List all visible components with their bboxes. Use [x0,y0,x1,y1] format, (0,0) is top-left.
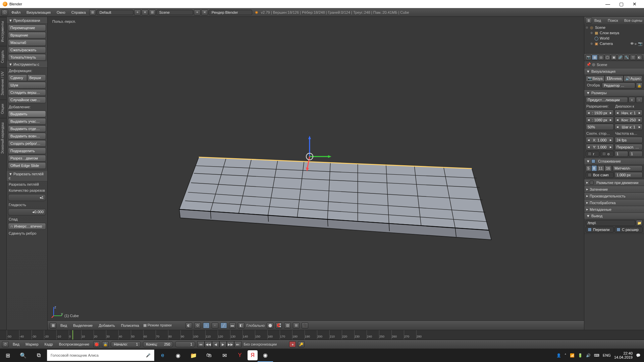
smooth-vertex-button[interactable]: Сгладить верш… [8,89,46,96]
aa-header[interactable]: ▼ Сглаживание [584,158,644,164]
limit-selection-icon[interactable]: ◧ [238,322,245,328]
tab-world-icon[interactable]: ◯ [604,55,610,60]
keying-set-icon[interactable]: 🔑 [298,341,305,347]
translate-button[interactable]: Перемещение [8,24,46,31]
clock-time[interactable]: 22:40 [614,351,633,355]
frame-step-field[interactable]: ◂Шаг к: 1▸ [614,124,643,130]
shrink-button[interactable]: Сжать/расжать [8,47,46,53]
tab-renderlayers-icon[interactable]: ▦ [592,55,598,60]
outliner-filter[interactable]: Все сцены [624,18,643,22]
outliner-view-menu[interactable]: Вид [593,18,602,22]
aa-8[interactable]: 8 [591,165,597,171]
layout-del-button[interactable]: ✕ [142,9,148,15]
maximize-button[interactable]: ▢ [614,0,628,8]
add-menu[interactable]: Добавить [97,323,117,327]
search-icon[interactable]: 🔍 [15,349,31,362]
offset-edge-button[interactable]: Offset Edge Slide [8,162,46,169]
falloff-select[interactable]: ∩ Инверс…атично [8,223,46,230]
render-audio-button[interactable]: 🔊Аудио [624,75,643,82]
edge-select-icon[interactable]: ╱ [220,322,227,328]
output-path-field[interactable]: /tmp\ [586,220,635,226]
frame-start-field[interactable]: ◂Нач. к: 1▸ [614,110,643,116]
slide-button[interactable]: Сдвину [8,74,27,81]
transform-header[interactable]: ▼ Преобразовани [7,17,47,24]
old-field[interactable]: 1 [614,151,628,157]
outliner-editor-icon[interactable]: ≣ [585,17,592,23]
timeline-ruler[interactable]: -50-40-30-20-100102030405060708090100110… [0,330,644,340]
next-key-icon[interactable]: ▶▶ [227,341,234,347]
res-y-field[interactable]: ◂: 1080 px▸ [586,117,614,123]
frame-end-field[interactable]: ◂Кон: 250▸ [614,117,643,123]
layout-browse-icon[interactable]: ⊞ [89,9,96,15]
preset-del-icon[interactable]: − [636,97,643,103]
folder-icon[interactable]: 📁 [636,220,643,226]
battery-icon[interactable]: 🔋 [578,353,583,358]
scene-add-button[interactable]: + [194,9,201,15]
smooth-slider[interactable]: ◂0.000 [8,208,46,216]
extrude-individual-button[interactable]: Выдавить отде… [8,125,46,132]
vert-select-icon[interactable]: ▫ [212,322,218,328]
shading-solid-icon[interactable]: ◐ [185,322,192,328]
yandex-search-icon[interactable]: Я [248,350,258,360]
sync-select[interactable]: Без синхронизации [244,342,287,346]
render-anim-button[interactable]: 🎞Анима [605,75,624,82]
keyboard-icon[interactable]: ⌨ [594,353,599,358]
extrude-button[interactable]: Выдавить [8,111,46,117]
aa-5[interactable]: 5 [586,165,591,171]
randomize-button[interactable]: Случайное сме… [8,97,46,103]
tree-world[interactable]: ◯World [586,36,643,41]
snap-icon[interactable]: 🧲 [275,322,282,328]
vertex-button[interactable]: Верши [27,74,46,81]
layout-add-button[interactable]: + [134,9,141,15]
tl-frame-menu[interactable]: Кадр [43,342,55,346]
3d-viewport[interactable]: Польз.-персп. [48,17,584,330]
menu-window[interactable]: Окно [54,10,68,15]
scene-browse-icon[interactable]: ⊞ [149,9,156,15]
border-checkbox[interactable]: г [586,151,599,157]
play-rev-icon[interactable]: ◀ [212,341,219,347]
rotate-button[interactable]: Вращение [8,32,46,39]
menu-file[interactable]: Файл [9,10,23,15]
orientation-select[interactable]: Глобально [247,323,265,327]
res-x-field[interactable]: ◂: 1920 px▸ [586,110,614,116]
mesh-menu[interactable]: Полисетка [119,323,141,327]
render-preview-icon[interactable]: 🎥 [302,322,308,328]
blender-taskbar-icon[interactable]: ◉ [258,349,273,362]
tab-object-icon[interactable]: ▣ [611,55,617,60]
tab-options[interactable]: Опции [0,100,6,118]
tab-modifiers-icon[interactable]: 🔧 [624,55,630,60]
dimensions-header[interactable]: ▼ Размеры [584,90,644,96]
tl-marker-menu[interactable]: Маркер [23,342,41,346]
cortana-search[interactable]: Голосовой помощник Алиса🎤 [47,350,154,361]
new-field[interactable]: 1 [629,151,643,157]
editor-type-3dview-icon[interactable]: ▦ [50,322,56,328]
tab-create[interactable]: Создать [0,46,6,67]
fullsample-checkbox[interactable]: Все сэмп [586,172,614,178]
tab-shading[interactable]: Затенение / UV [0,67,6,99]
extensions-checkbox[interactable]: С расшир [614,227,643,233]
perf-header[interactable]: ▸ Производительность [584,193,644,199]
scene-select[interactable]: Scene [156,10,193,15]
prop-edit-icon[interactable]: ⬤ [267,322,273,328]
mail-icon[interactable]: ✉ [217,349,232,362]
jump-end-icon[interactable]: ⏭ [234,341,241,347]
manipulator-toggle[interactable]: ↕ [203,322,210,328]
layers-icon[interactable]: ⊞ [293,322,300,328]
close-button[interactable]: ✕ [628,0,641,8]
res-pct-field[interactable]: 50% [586,124,614,130]
chrome-icon[interactable]: ◉ [170,349,186,362]
display-select[interactable]: Редактор … [602,82,635,88]
tree-renderlayers[interactable]: ⊕▦Слои визуа [586,30,643,36]
output-header[interactable]: ▼ Вывод [584,213,644,219]
jump-start-icon[interactable]: ⏮ [197,341,205,347]
scene-del-button[interactable]: ✕ [201,9,208,15]
tab-render-icon[interactable]: 📷 [585,55,591,60]
push-button[interactable]: Толкать/тянуть [8,54,46,61]
scale-button[interactable]: Масштаб [8,39,46,46]
prev-key-icon[interactable]: ◀◀ [205,341,212,347]
manipulator-gizmo[interactable] [294,136,331,176]
view-menu[interactable]: Вид [58,323,69,327]
render-panel-header[interactable]: ▼ Визуализация [584,68,644,74]
noise-button[interactable]: Шум [8,82,46,88]
tab-constraints-icon[interactable]: 🔗 [617,55,623,60]
